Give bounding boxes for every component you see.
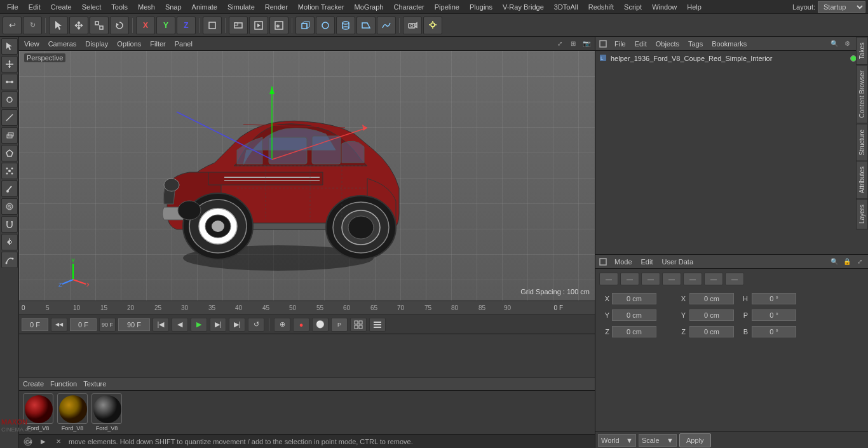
side-tab-attributes[interactable]: Attributes xyxy=(856,161,868,199)
left-scale-btn[interactable] xyxy=(1,74,18,90)
side-tab-takes[interactable]: Takes xyxy=(856,37,868,65)
left-move-btn[interactable] xyxy=(1,56,18,72)
material-item-2[interactable]: Ford_V8 xyxy=(92,393,122,431)
side-tab-content-browser[interactable]: Content Browser xyxy=(856,65,868,123)
menu-plugins[interactable]: Plugins xyxy=(465,2,497,12)
z-axis-button[interactable]: Z xyxy=(177,17,196,34)
left-magnet-btn[interactable] xyxy=(1,216,18,233)
menu-tools[interactable]: Tools xyxy=(107,2,132,12)
motion-clip-btn[interactable]: P xyxy=(331,318,348,332)
viewport-menu-cameras[interactable]: Cameras xyxy=(46,39,79,49)
spline-button[interactable] xyxy=(377,17,396,34)
menu-mograph[interactable]: MoGraph xyxy=(350,2,388,12)
obj-settings-icon[interactable]: ⚙ xyxy=(841,38,853,50)
attr-menu-userdata[interactable]: User Data xyxy=(660,257,696,267)
x-rot-input[interactable] xyxy=(689,293,734,304)
left-select-btn[interactable] xyxy=(1,38,18,55)
left-knife-btn[interactable] xyxy=(1,109,18,126)
obj-menu-edit[interactable]: Edit xyxy=(632,39,649,49)
left-point-btn[interactable] xyxy=(1,163,18,179)
auto-record-btn[interactable]: ⚪ xyxy=(312,318,329,332)
status-play-icon[interactable]: ▶ xyxy=(38,437,48,447)
object-mode-button[interactable] xyxy=(203,17,222,34)
viewport-menu-panel[interactable]: Panel xyxy=(172,39,195,49)
viewport-menu-options[interactable]: Options xyxy=(114,39,144,49)
h-val-input[interactable] xyxy=(752,293,796,304)
viewport-camera-icon[interactable]: 📷 xyxy=(581,38,592,50)
obj-menu-objects[interactable]: Objects xyxy=(653,39,682,49)
left-brush-btn[interactable] xyxy=(1,180,18,197)
scale-dropdown[interactable]: Scale ▼ xyxy=(639,434,677,447)
menu-pipeline[interactable]: Pipeline xyxy=(430,2,464,12)
viewport-menu-filter[interactable]: Filter xyxy=(147,39,168,49)
world-dropdown[interactable]: World ▼ xyxy=(598,434,636,447)
menu-file[interactable]: File xyxy=(3,2,23,12)
next-frame-btn[interactable]: ▶| xyxy=(210,318,226,332)
attr-expand-icon[interactable]: ⤢ xyxy=(854,256,865,268)
status-close-icon[interactable]: ✕ xyxy=(53,437,64,447)
go-end-btn[interactable]: ▶| xyxy=(229,318,245,332)
layout-dropdown[interactable]: Startup Standard xyxy=(818,1,865,13)
apply-button[interactable]: Apply xyxy=(679,433,711,447)
frame-prev-btn[interactable]: ◀◀ xyxy=(51,318,67,332)
timeline-keyframes[interactable] xyxy=(19,334,595,377)
select-mode-button[interactable] xyxy=(49,17,68,34)
b-val-input[interactable] xyxy=(752,326,796,337)
scene-canvas[interactable]: Perspective xyxy=(19,51,595,301)
mat-create[interactable]: Create xyxy=(23,380,44,388)
attr-search-icon[interactable]: 🔍 xyxy=(829,256,840,268)
obj-menu-file[interactable]: File xyxy=(612,39,628,49)
menu-window[interactable]: Window xyxy=(648,2,681,12)
plane-button[interactable] xyxy=(356,17,376,34)
objects-list[interactable]: L helper_1936_Ford_V8_Coupe_Red_Simple_I… xyxy=(595,51,868,254)
add-keyframe-btn[interactable]: ⊕ xyxy=(274,318,290,332)
x-axis-button[interactable]: X xyxy=(136,17,155,34)
side-tab-structure[interactable]: Structure xyxy=(856,124,868,161)
menu-simulate[interactable]: Simulate xyxy=(223,2,259,12)
redo-button[interactable]: ↻ xyxy=(23,17,42,34)
current-frame-input[interactable] xyxy=(70,318,97,331)
object-row-helper[interactable]: L helper_1936_Ford_V8_Coupe_Red_Simple_I… xyxy=(597,52,867,65)
attr-icon-0[interactable]: — xyxy=(599,273,618,285)
menu-snap[interactable]: Snap xyxy=(161,2,186,12)
side-tab-layers[interactable]: Layers xyxy=(856,199,868,229)
y-pos-input[interactable] xyxy=(612,309,656,321)
undo-button[interactable]: ↩ xyxy=(3,17,22,34)
render-settings-button[interactable]: ✱ xyxy=(269,17,288,34)
play-btn[interactable]: ▶ xyxy=(191,318,207,332)
attr-icon-6[interactable]: — xyxy=(725,273,744,285)
attr-icon-3[interactable]: — xyxy=(662,273,681,285)
left-rotate-btn[interactable] xyxy=(1,92,18,108)
attr-icon-2[interactable]: — xyxy=(641,273,660,285)
z-rot-input[interactable] xyxy=(689,326,734,337)
attr-icon-4[interactable]: — xyxy=(683,273,702,285)
render-viewport-button[interactable] xyxy=(249,17,268,34)
attr-menu-edit[interactable]: Edit xyxy=(639,257,656,267)
3d-viewport[interactable]: View Cameras Display Options Filter Pane… xyxy=(19,37,595,301)
mat-texture[interactable]: Texture xyxy=(83,380,106,388)
menu-render[interactable]: Render xyxy=(261,2,292,12)
viewport-grid-icon[interactable]: ⊞ xyxy=(567,38,579,50)
menu-3dtoall[interactable]: 3DToAll xyxy=(550,2,583,12)
loop-btn[interactable]: ↺ xyxy=(248,318,264,332)
y-axis-button[interactable]: Y xyxy=(156,17,175,34)
obj-menu-tags[interactable]: Tags xyxy=(686,39,705,49)
preview-end-input[interactable] xyxy=(118,318,150,331)
timeline-ruler[interactable]: 0 5 10 15 20 25 30 35 40 45 50 55 60 65 … xyxy=(19,301,595,315)
attr-icon-5[interactable]: — xyxy=(704,273,723,285)
move-button[interactable] xyxy=(69,17,88,34)
timeline-grid-btn[interactable] xyxy=(350,318,367,332)
menu-vray[interactable]: V-Ray Bridge xyxy=(498,2,548,12)
menu-redshift[interactable]: Redshift xyxy=(584,2,618,12)
record-btn[interactable]: ● xyxy=(293,318,309,332)
menu-help[interactable]: Help xyxy=(682,2,706,12)
render-region-button[interactable] xyxy=(229,17,248,34)
camera-button[interactable] xyxy=(403,17,422,34)
scale-button[interactable] xyxy=(90,17,109,34)
attr-lock-icon[interactable]: 🔒 xyxy=(841,256,853,268)
start-frame-input[interactable] xyxy=(22,318,48,331)
menu-animate[interactable]: Animate xyxy=(187,2,222,12)
left-poly-btn[interactable] xyxy=(1,145,18,161)
p-val-input[interactable] xyxy=(752,309,796,321)
material-item-1[interactable]: Ford_V8 xyxy=(57,393,88,431)
